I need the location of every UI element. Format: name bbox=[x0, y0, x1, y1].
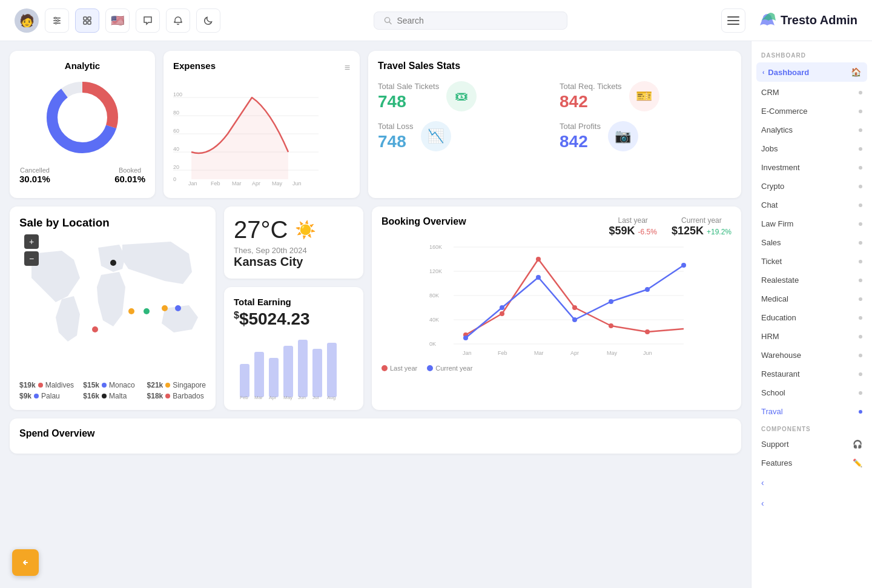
svg-text:Jun: Jun bbox=[298, 395, 306, 400]
sidebar-item-analytics[interactable]: Analytics bbox=[751, 121, 872, 139]
menu-btn[interactable] bbox=[721, 8, 745, 33]
sidebar-label-ecommerce: E-Commerce bbox=[761, 107, 808, 116]
chat-icon-btn[interactable] bbox=[136, 8, 160, 33]
chat-dot bbox=[859, 203, 862, 207]
sidebar-item-lawfirm[interactable]: Law Firm bbox=[751, 214, 872, 233]
bell-icon-btn[interactable] bbox=[166, 8, 190, 33]
sidebar-label-sales: Sales bbox=[761, 238, 781, 247]
sidebar-label-jobs: Jobs bbox=[761, 144, 778, 153]
cancelled-label: Cancelled 30.01% bbox=[19, 167, 50, 185]
legend-palau: $9k Palau bbox=[19, 392, 78, 400]
svg-point-3 bbox=[54, 17, 56, 19]
avatar[interactable]: 🧑 bbox=[15, 8, 39, 33]
svg-rect-7 bbox=[88, 17, 91, 20]
search-area bbox=[226, 12, 715, 30]
brand-name: Tresto Admin bbox=[781, 13, 857, 27]
svg-text:80: 80 bbox=[173, 110, 179, 116]
profits-icon: 📷 bbox=[608, 121, 638, 151]
sidebar-item-hrm[interactable]: HRM bbox=[751, 327, 872, 346]
arrow-icon bbox=[20, 557, 31, 568]
sidebar-item-features[interactable]: Features ✏️ bbox=[751, 454, 872, 472]
flag-icon-btn[interactable]: 🇺🇸 bbox=[105, 8, 130, 33]
svg-text:Apr: Apr bbox=[269, 395, 277, 400]
sidebar-label-school: School bbox=[761, 388, 785, 397]
search-icon bbox=[384, 16, 392, 25]
floating-action-btn[interactable] bbox=[12, 549, 39, 576]
sidebar: DASHBOARD ‹ Dashboard 🏠 CRM E-Commerce A… bbox=[751, 41, 872, 588]
svg-line-11 bbox=[389, 22, 391, 24]
map-zoom-out-btn[interactable]: − bbox=[24, 251, 39, 266]
svg-text:40: 40 bbox=[173, 146, 179, 152]
legend-maldives: $19k Maldives bbox=[19, 381, 78, 389]
moon-icon-btn[interactable] bbox=[196, 8, 220, 33]
jobs-dot bbox=[859, 147, 862, 151]
sidebar-item-crypto[interactable]: Crypto bbox=[751, 177, 872, 196]
legend-barbados: $18k Barbados bbox=[147, 392, 206, 400]
sliders-icon-btn[interactable] bbox=[45, 8, 69, 33]
expenses-title: Expenses bbox=[173, 61, 216, 71]
svg-text:0: 0 bbox=[173, 176, 176, 182]
sidebar-collapse-1[interactable]: ‹ bbox=[751, 472, 872, 493]
svg-rect-45 bbox=[298, 340, 308, 397]
sidebar-item-realestate[interactable]: Realestate bbox=[751, 271, 872, 289]
sidebar-item-crm[interactable]: CRM bbox=[751, 83, 872, 102]
sidebar-label-restaurant: Restaurant bbox=[761, 369, 800, 378]
svg-text:Apr: Apr bbox=[252, 180, 260, 187]
svg-text:Aug: Aug bbox=[327, 395, 335, 400]
analytic-card: Analytic Cancelled 30.01% bbox=[10, 51, 155, 198]
svg-text:May: May bbox=[272, 180, 283, 187]
svg-text:Jun: Jun bbox=[292, 180, 302, 187]
svg-rect-13 bbox=[727, 20, 739, 21]
map-zoom-in-btn[interactable]: + bbox=[24, 234, 39, 249]
svg-text:Mar: Mar bbox=[254, 395, 263, 400]
search-input[interactable] bbox=[397, 16, 557, 25]
sidebar-section-components: COMPONENTS bbox=[751, 421, 872, 435]
sale-location-title: Sale by Location bbox=[19, 216, 206, 230]
svg-text:May: May bbox=[607, 350, 618, 356]
booking-card: Booking Overview Last year $59K -6.5% Cu… bbox=[372, 206, 741, 410]
restaurant-dot bbox=[859, 372, 862, 376]
sidebar-item-sales[interactable]: Sales bbox=[751, 233, 872, 252]
ecommerce-dot bbox=[859, 110, 862, 113]
sidebar-item-chat[interactable]: Chat bbox=[751, 196, 872, 214]
expenses-menu-icon[interactable]: ≡ bbox=[345, 62, 350, 73]
sidebar-item-warehouse[interactable]: Warehouse bbox=[751, 346, 872, 365]
sidebar-item-support[interactable]: Support 🎧 bbox=[751, 435, 872, 454]
legend-monaco: $15k Monaco bbox=[83, 381, 142, 389]
svg-point-35 bbox=[92, 326, 98, 332]
school-dot bbox=[859, 391, 862, 395]
sidebar-item-traval[interactable]: Traval bbox=[751, 402, 872, 421]
svg-point-77 bbox=[681, 263, 686, 268]
earning-value: $$5024.23 bbox=[234, 309, 354, 329]
hrm-dot bbox=[859, 335, 862, 339]
sidebar-label-realestate: Realestate bbox=[761, 276, 799, 285]
sidebar-item-jobs[interactable]: Jobs bbox=[751, 139, 872, 158]
sidebar-item-ecommerce[interactable]: E-Commerce bbox=[751, 102, 872, 121]
sidebar-item-ticket[interactable]: Ticket bbox=[751, 252, 872, 271]
svg-rect-8 bbox=[84, 21, 87, 24]
main-layout: Analytic Cancelled 30.01% bbox=[0, 41, 872, 588]
svg-point-69 bbox=[609, 323, 613, 328]
svg-text:May: May bbox=[283, 395, 292, 400]
svg-point-70 bbox=[645, 329, 650, 334]
svg-point-66 bbox=[500, 311, 504, 316]
sidebar-item-dashboard[interactable]: ‹ Dashboard 🏠 bbox=[756, 62, 867, 82]
sidebar-item-restaurant[interactable]: Restaurant bbox=[751, 365, 872, 383]
svg-point-73 bbox=[536, 275, 541, 280]
topnav: 🧑 🇺🇸 bbox=[0, 0, 872, 41]
svg-text:Feb: Feb bbox=[240, 395, 248, 400]
expand-icon-btn[interactable] bbox=[75, 8, 99, 33]
stat-total-profits: Total Profits 842 📷 bbox=[560, 121, 732, 151]
svg-text:40K: 40K bbox=[429, 317, 439, 323]
sidebar-item-medical[interactable]: Medical bbox=[751, 289, 872, 308]
sidebar-collapse-2[interactable]: ‹ bbox=[751, 493, 872, 514]
legend-malta: $16k Malta bbox=[83, 392, 142, 400]
svg-text:Feb: Feb bbox=[211, 180, 220, 187]
sidebar-item-school[interactable]: School bbox=[751, 383, 872, 402]
earning-title: Total Earning bbox=[234, 297, 354, 307]
svg-text:Mar: Mar bbox=[534, 350, 544, 356]
sidebar-item-education[interactable]: Education bbox=[751, 308, 872, 327]
sidebar-item-investment[interactable]: Investment bbox=[751, 158, 872, 177]
sidebar-item-dashboard-label: Dashboard bbox=[768, 68, 809, 77]
home-icon: 🏠 bbox=[851, 67, 861, 77]
